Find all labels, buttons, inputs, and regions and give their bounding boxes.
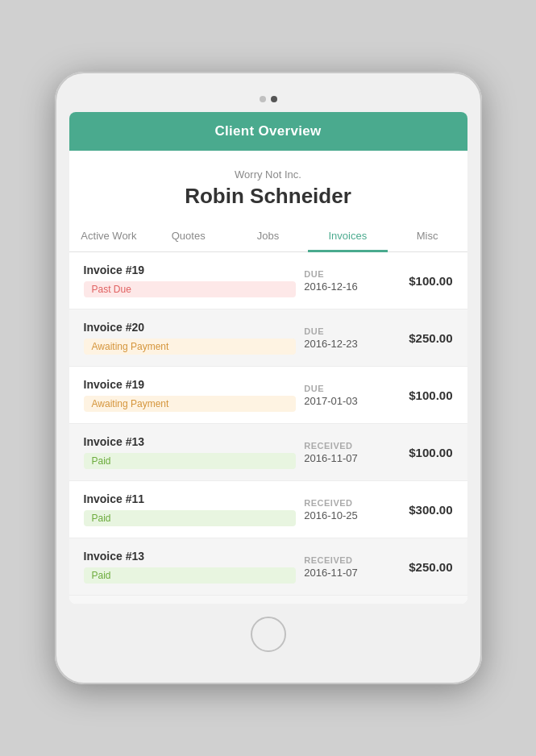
invoice-number: Invoice #20 <box>84 321 297 334</box>
invoice-list: Invoice #19 Past Due DUE 2016-12-16 $100… <box>69 252 467 604</box>
invoice-date: 2016-10-25 <box>304 509 409 521</box>
home-button[interactable] <box>251 617 286 652</box>
invoice-left: Invoice #19 Past Due <box>84 264 297 297</box>
invoice-number: Invoice #13 <box>84 435 297 448</box>
invoice-status: DUE <box>304 326 409 336</box>
invoice-left: Invoice #13 Paid <box>84 435 297 469</box>
invoice-badge: Paid <box>84 453 297 469</box>
invoice-badge: Awaiting Payment <box>84 339 297 355</box>
tabs: Active WorkQuotesJobsInvoicesMisc <box>69 222 467 252</box>
invoice-middle: RECEIVED 2016-11-07 <box>296 555 409 579</box>
invoice-amount: $300.00 <box>409 503 452 517</box>
invoice-left: Invoice #11 Paid <box>84 492 297 526</box>
invoice-status: RECEIVED <box>304 555 409 565</box>
invoice-amount: $250.00 <box>409 560 452 574</box>
invoice-status: RECEIVED <box>304 441 409 451</box>
invoice-row[interactable]: Invoice #19 Awaiting Payment DUE 2017-01… <box>69 367 467 424</box>
invoice-amount: $100.00 <box>409 274 452 288</box>
invoice-left: Invoice #13 Paid <box>84 550 297 584</box>
invoice-middle: DUE 2016-12-23 <box>296 326 409 350</box>
tablet-frame: Client Overview Worry Not Inc. Robin Sch… <box>55 72 482 684</box>
dot-active <box>271 96 277 102</box>
invoice-row[interactable]: Invoice #11 Paid RECEIVED 2016-10-25 $30… <box>69 481 467 538</box>
invoice-badge: Awaiting Payment <box>84 396 297 412</box>
invoice-amount: $100.00 <box>409 446 452 459</box>
tab-jobs[interactable]: Jobs <box>228 222 308 252</box>
invoice-date: 2016-11-07 <box>304 452 409 464</box>
invoice-amount: $250.00 <box>409 331 452 345</box>
invoice-number: Invoice #19 <box>84 378 297 391</box>
client-info: Worry Not Inc. Robin Schneider <box>69 151 467 222</box>
invoice-middle: RECEIVED 2016-10-25 <box>296 498 409 521</box>
header-bar: Client Overview <box>69 112 467 151</box>
client-name: Robin Schneider <box>85 184 451 209</box>
invoice-status: RECEIVED <box>304 498 409 508</box>
invoice-left: Invoice #19 Awaiting Payment <box>84 378 297 412</box>
invoice-row[interactable]: Invoice #19 Past Due DUE 2016-12-16 $100… <box>69 252 467 309</box>
invoice-middle: DUE 2016-12-16 <box>296 269 409 293</box>
header-title: Client Overview <box>214 123 321 139</box>
invoice-row[interactable]: Invoice #13 Paid RECEIVED 2016-11-07 $10… <box>69 424 467 481</box>
invoice-badge: Paid <box>84 510 297 526</box>
invoice-status: DUE <box>304 269 409 279</box>
invoice-date: 2016-11-07 <box>304 567 409 579</box>
invoice-badge: Paid <box>84 567 297 584</box>
dot-inactive <box>260 96 266 102</box>
invoice-row[interactable]: Invoice #13 Paid RECEIVED 2016-11-07 $25… <box>69 538 467 596</box>
invoice-number: Invoice #13 <box>84 550 297 563</box>
tab-invoices[interactable]: Invoices <box>308 222 388 252</box>
invoice-date: 2017-01-03 <box>304 395 409 407</box>
tab-active-work[interactable]: Active Work <box>69 222 149 252</box>
screen: Client Overview Worry Not Inc. Robin Sch… <box>69 112 467 604</box>
invoice-number: Invoice #19 <box>84 264 297 276</box>
invoice-amount: $100.00 <box>409 388 452 402</box>
invoice-number: Invoice #11 <box>84 492 297 505</box>
invoice-date: 2016-12-16 <box>304 280 409 293</box>
invoice-status: DUE <box>304 384 409 393</box>
tab-quotes[interactable]: Quotes <box>148 222 228 252</box>
invoice-middle: DUE 2017-01-03 <box>296 384 409 407</box>
invoice-middle: RECEIVED 2016-11-07 <box>296 441 409 464</box>
invoice-row[interactable]: Invoice #20 Awaiting Payment DUE 2016-12… <box>69 309 467 367</box>
invoice-left: Invoice #20 Awaiting Payment <box>84 321 297 355</box>
tablet-dots <box>260 96 277 102</box>
invoice-date: 2016-12-23 <box>304 338 409 350</box>
tab-misc[interactable]: Misc <box>388 222 467 252</box>
invoice-badge: Past Due <box>84 281 297 297</box>
client-company: Worry Not Inc. <box>85 168 451 181</box>
